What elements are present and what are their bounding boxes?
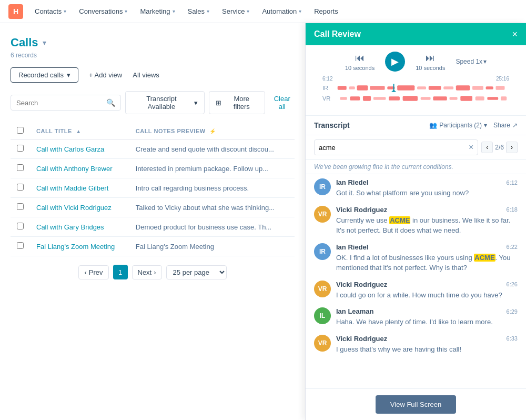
call-title-cell: Call with Carlos Garza <box>30 139 129 159</box>
transcript-available-filter[interactable]: Transcript Available ▾ <box>125 91 205 114</box>
ir-waveform-row: IR <box>322 84 509 92</box>
highlight: ACME <box>474 254 495 262</box>
message: VR Vicki Rodriguez 6:26 I could go on fo… <box>314 281 518 301</box>
table-row: Call with Maddie Gilbert Intro call rega… <box>11 178 295 198</box>
message-time: 6:22 <box>507 244 518 250</box>
page-header: Calls ▾ <box>11 36 295 49</box>
nav-sales[interactable]: Sales ▾ <box>183 5 215 17</box>
row-checkbox-cell <box>11 139 30 159</box>
nav-contacts[interactable]: Contacts ▾ <box>29 5 72 17</box>
page-title-chevron-icon[interactable]: ▾ <box>43 38 46 47</box>
message-time: 6:33 <box>507 335 518 342</box>
call-title-link[interactable]: Fai Liang's Zoom Meeting <box>36 243 115 251</box>
search-input[interactable] <box>16 99 106 107</box>
rewind-button[interactable]: ⏮ 10 seconds <box>345 53 375 71</box>
call-title-link[interactable]: Call with Maddie Gilbert <box>36 184 108 192</box>
search-nav: ‹ 2/6 › <box>481 142 518 153</box>
call-title-link[interactable]: Call with Vicki Rodriguez <box>36 204 112 212</box>
row-checkbox[interactable] <box>17 223 24 229</box>
transcript-search-input[interactable] <box>319 144 469 152</box>
row-checkbox[interactable] <box>17 242 24 249</box>
next-page-button[interactable]: Next › <box>132 265 162 279</box>
table-row: Call with Vicki Rodriguez Talked to Vick… <box>11 198 295 217</box>
ir-label: IR <box>322 85 332 91</box>
row-checkbox[interactable] <box>17 145 24 152</box>
transcript-search-box[interactable]: × <box>314 139 478 155</box>
select-all-checkbox[interactable] <box>17 127 24 134</box>
message-header: Vicki Rodriguez 6:18 <box>336 206 518 214</box>
row-checkbox[interactable] <box>17 164 24 171</box>
call-notes-preview: Interested in premium package. Follow up… <box>136 165 268 173</box>
row-checkbox-cell <box>11 178 30 198</box>
nav-conversations[interactable]: Conversations ▾ <box>74 5 133 17</box>
play-button[interactable]: ▶ <box>385 52 405 72</box>
avatar: IR <box>314 243 331 260</box>
participants-button[interactable]: 👥 Participants (2) ▾ <box>429 122 487 129</box>
prev-page-button[interactable]: ‹ Prev <box>78 265 108 279</box>
call-notes-header[interactable]: Call Notes Preview ⚡ <box>129 123 295 139</box>
share-button[interactable]: Share ↗ <box>493 122 518 129</box>
avatar: IR <box>314 178 331 195</box>
close-button[interactable]: × <box>512 29 518 39</box>
svg-rect-16 <box>350 96 360 101</box>
view-fullscreen-button[interactable]: View Full Screen <box>376 395 456 414</box>
call-notes-preview: Intro call regarding business process. <box>136 184 249 192</box>
svg-rect-23 <box>450 97 458 100</box>
forward-button[interactable]: ⏭ 10 seconds <box>416 53 445 71</box>
recorded-calls-tab[interactable]: Recorded calls ▾ <box>11 67 78 83</box>
message: VR Vicki Rodriguez 6:33 I guess that's w… <box>314 335 518 355</box>
time-current: 6:12 <box>322 76 332 82</box>
call-notes-cell: Demoed product for business use case. Th… <box>129 217 295 237</box>
vr-waveform[interactable] <box>335 94 509 103</box>
svg-rect-7 <box>429 86 441 90</box>
avatar: IL <box>314 307 331 324</box>
more-filters-button[interactable]: ⊞ More filters <box>209 91 265 114</box>
search-box[interactable]: 🔍 <box>11 95 121 111</box>
nav-service[interactable]: Service ▾ <box>217 5 255 17</box>
rewind-icon: ⏮ <box>355 53 365 64</box>
svg-rect-3 <box>370 86 385 90</box>
nav-automation[interactable]: Automation ▾ <box>257 5 307 17</box>
call-title-cell: Call with Gary Bridges <box>30 217 129 237</box>
clear-all-button[interactable]: Clear all <box>269 95 295 111</box>
highlight: ACME <box>389 216 410 224</box>
svg-rect-26 <box>487 97 498 100</box>
message-time: 6:29 <box>507 308 518 315</box>
row-checkbox-cell <box>11 159 30 178</box>
row-checkbox[interactable] <box>17 203 24 210</box>
row-checkbox-cell <box>11 198 30 217</box>
select-all-header <box>11 123 30 139</box>
review-header: Call Review × <box>306 23 526 45</box>
add-view-button[interactable]: + Add view <box>83 68 128 82</box>
table-row: Call with Anthony Brewer Interested in p… <box>11 159 295 178</box>
svg-rect-5 <box>397 85 414 90</box>
search-next-button[interactable]: › <box>506 142 518 153</box>
message-header: Vicki Rodriguez 6:33 <box>336 335 518 343</box>
speed-button[interactable]: Speed 1x ▾ <box>456 58 487 65</box>
nav-reports[interactable]: Reports <box>309 5 343 17</box>
nav-marketing[interactable]: Marketing ▾ <box>135 5 180 17</box>
messages-list: IR Ian Riedel 6:12 Got it. So what platf… <box>306 174 526 388</box>
call-title-link[interactable]: Call with Gary Bridges <box>36 223 104 231</box>
all-views-button[interactable]: All views <box>133 71 159 79</box>
speaker-name: Ian Leaman <box>336 307 374 315</box>
search-clear-button[interactable]: × <box>469 143 473 152</box>
chevron-down-icon: ▾ <box>247 8 249 14</box>
svg-rect-2 <box>357 85 368 90</box>
chevron-down-icon: ▾ <box>173 8 175 14</box>
row-checkbox[interactable] <box>17 184 24 191</box>
svg-rect-8 <box>443 86 453 89</box>
call-title-header[interactable]: Call Title ▲ <box>30 123 129 139</box>
message-header: Ian Leaman 6:29 <box>336 307 518 315</box>
pagination: ‹ Prev 1 Next › 25 per page 50 per page … <box>11 256 295 288</box>
search-prev-button[interactable]: ‹ <box>481 142 493 153</box>
search-count: 2/6 <box>495 144 504 151</box>
ir-waveform[interactable] <box>335 84 509 92</box>
call-title-link[interactable]: Call with Carlos Garza <box>36 145 104 153</box>
per-page-select[interactable]: 25 per page 50 per page 100 per page <box>166 265 227 279</box>
svg-rect-1 <box>349 86 355 89</box>
call-title-link[interactable]: Call with Anthony Brewer <box>36 165 113 173</box>
time-total: 25:16 <box>496 76 509 82</box>
svg-rect-17 <box>363 96 371 101</box>
call-notes-preview: Create and send quote with discount disc… <box>136 145 274 153</box>
